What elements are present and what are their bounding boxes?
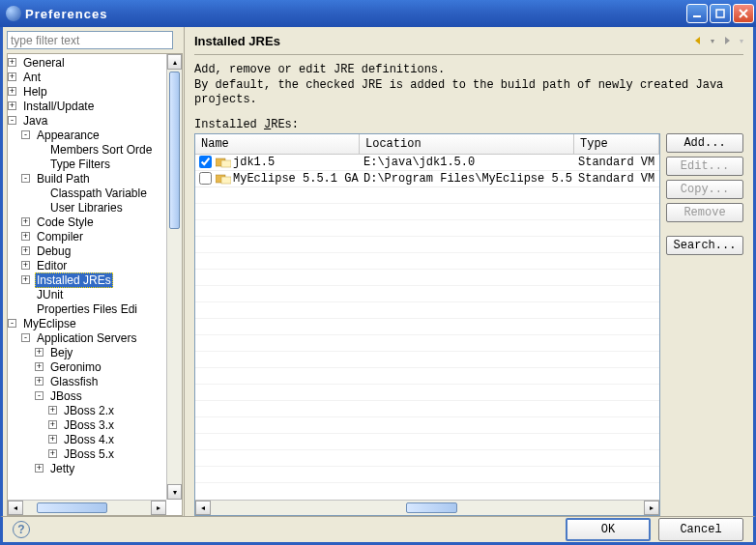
tree-item[interactable]: Type Filters	[8, 157, 182, 171]
back-icon[interactable]	[689, 33, 707, 48]
tree-item[interactable]: +Jetty	[8, 461, 182, 475]
tree-item-label: Install/Update	[21, 100, 96, 113]
jre-name: MyEclipse 5.5.1 GA	[233, 172, 359, 186]
tree-item[interactable]: Properties Files Edi	[8, 301, 182, 316]
tree-toggle-icon[interactable]: +	[21, 246, 30, 255]
tree-item[interactable]: -MyEclipse	[8, 316, 182, 330]
preferences-tree[interactable]: +General+Ant+Help+Install/Update-Java-Ap…	[8, 54, 182, 476]
tree-item-label: Compiler	[35, 230, 85, 244]
table-row[interactable]: jdk1.5E:\java\jdk1.5.0Standard VM	[195, 155, 659, 171]
jre-checkbox[interactable]	[199, 156, 212, 168]
copy-button[interactable]: Copy...	[666, 180, 743, 199]
tree-item[interactable]: Classpath Variable	[8, 186, 182, 200]
tree-item-label: Help	[21, 85, 49, 99]
column-location[interactable]: Location	[360, 134, 574, 154]
tree-item[interactable]: -Build Path	[8, 171, 182, 186]
tree-item[interactable]: JUnit	[8, 287, 182, 301]
tree-item[interactable]: +Geronimo	[8, 359, 182, 374]
minimize-button[interactable]	[686, 4, 708, 23]
add-button[interactable]: Add...	[666, 133, 743, 153]
tree-toggle-icon[interactable]: +	[48, 420, 57, 429]
tree-item[interactable]: +JBoss 4.x	[8, 432, 182, 446]
tree-item[interactable]: +Installed JREs	[8, 272, 182, 287]
side-buttons: Add... Edit... Copy... Remove Search...	[666, 133, 743, 516]
tree-item[interactable]: +Bejy	[8, 345, 182, 359]
tree-toggle-icon[interactable]: +	[35, 348, 44, 357]
tree-toggle-icon[interactable]: +	[35, 464, 44, 473]
tree-toggle-icon[interactable]: +	[21, 232, 30, 241]
tree-toggle-icon[interactable]: +	[48, 406, 57, 415]
tree-toggle-icon[interactable]: +	[21, 217, 30, 226]
tree-item[interactable]: +JBoss 3.x	[8, 417, 182, 432]
tree-item[interactable]: +Compiler	[8, 229, 182, 244]
jre-type: Standard VM	[578, 172, 654, 186]
table-row	[195, 302, 659, 319]
tree-toggle-icon[interactable]: +	[35, 362, 44, 371]
table-row[interactable]: MyEclipse 5.5.1 GAD:\Program Files\MyEcl…	[195, 171, 659, 187]
jre-type: Standard VM	[578, 156, 654, 169]
tree-toggle-icon[interactable]: +	[48, 435, 57, 444]
maximize-button[interactable]	[710, 4, 731, 23]
tree-item-label: JBoss 4.x	[62, 433, 116, 446]
tree-toggle-icon[interactable]: -	[35, 391, 44, 400]
tree-item[interactable]: +Code Style	[8, 215, 182, 229]
tree-toggle-icon[interactable]: +	[48, 449, 57, 458]
tree-item-label: Classpath Variable	[48, 186, 149, 200]
tree-toggle-icon[interactable]: -	[8, 319, 16, 328]
tree-item[interactable]: +General	[8, 55, 182, 70]
tree-toggle-icon[interactable]: -	[21, 174, 30, 183]
table-header[interactable]: Name Location Type	[195, 134, 659, 155]
tree-item[interactable]: +Ant	[8, 70, 182, 84]
tree-toggle-icon[interactable]: +	[21, 275, 30, 284]
tree-item-label: Editor	[35, 259, 69, 272]
close-button[interactable]	[733, 4, 754, 23]
jre-checkbox[interactable]	[199, 172, 212, 185]
remove-button[interactable]: Remove	[666, 203, 743, 222]
table-horizontal-scrollbar[interactable]: ◂ ▸	[195, 500, 659, 515]
tree-toggle-icon[interactable]: +	[8, 101, 16, 110]
column-type[interactable]: Type	[574, 134, 659, 154]
cancel-button[interactable]: Cancel	[658, 518, 743, 541]
tree-item[interactable]: -Java	[8, 113, 182, 128]
filter-input[interactable]	[7, 31, 173, 49]
forward-icon	[718, 33, 736, 48]
tree-item[interactable]: +Glassfish	[8, 374, 182, 388]
right-pane: Installed JREs ▾ ▾ Add, remove or edit J…	[185, 27, 753, 516]
tree-toggle-icon[interactable]: +	[21, 261, 30, 270]
tree-toggle-icon[interactable]: +	[8, 72, 16, 81]
table-row	[195, 253, 659, 270]
table-row	[195, 237, 659, 253]
tree-toggle-icon[interactable]: +	[8, 58, 16, 67]
jre-icon	[216, 157, 231, 168]
tree-toggle-icon[interactable]: -	[8, 116, 16, 125]
help-icon[interactable]: ?	[13, 521, 30, 538]
ok-button[interactable]: OK	[566, 518, 651, 541]
jre-icon	[216, 173, 231, 185]
search-button[interactable]: Search...	[666, 236, 743, 255]
tree-item-label: Debug	[35, 244, 73, 258]
tree-item[interactable]: User Libraries	[8, 200, 182, 215]
tree-item[interactable]: Members Sort Orde	[8, 142, 182, 157]
tree-toggle-icon[interactable]: +	[8, 87, 16, 96]
tree-item[interactable]: +Debug	[8, 244, 182, 258]
page-description: Add, remove or edit JRE definitions. By …	[194, 63, 743, 108]
tree-toggle-icon[interactable]: -	[21, 333, 30, 342]
edit-button[interactable]: Edit...	[666, 157, 743, 176]
table-row	[195, 335, 659, 352]
column-name[interactable]: Name	[195, 134, 360, 154]
tree-item[interactable]: +Help	[8, 84, 182, 99]
tree-item[interactable]: +Editor	[8, 258, 182, 272]
tree-item-label: Bejy	[48, 346, 74, 359]
tree-item[interactable]: -Application Servers	[8, 330, 182, 345]
page-title: Installed JREs	[194, 34, 280, 48]
tree-item[interactable]: +Install/Update	[8, 99, 182, 113]
tree-item[interactable]: -JBoss	[8, 388, 182, 403]
tree-toggle-icon[interactable]: +	[35, 377, 44, 386]
tree-horizontal-scrollbar[interactable]: ◂ ▸	[8, 500, 166, 515]
tree-vertical-scrollbar[interactable]: ▴ ▾	[166, 54, 182, 500]
tree-item[interactable]: -Appearance	[8, 128, 182, 142]
tree-item[interactable]: +JBoss 5.x	[8, 446, 182, 461]
back-dropdown-icon[interactable]: ▾	[711, 37, 714, 45]
tree-toggle-icon[interactable]: -	[21, 130, 30, 139]
tree-item[interactable]: +JBoss 2.x	[8, 403, 182, 417]
